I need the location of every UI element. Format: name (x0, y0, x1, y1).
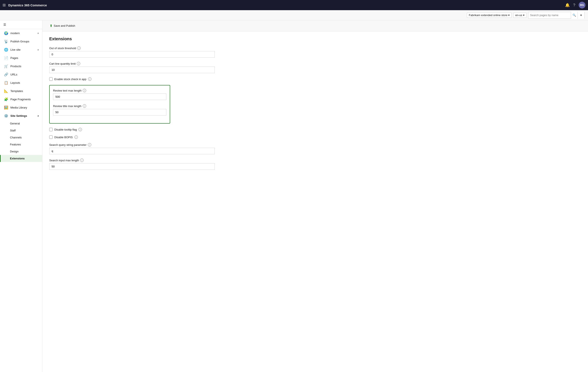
review-title-info-icon[interactable]: i (83, 104, 86, 108)
cart-line-info-icon[interactable]: i (77, 62, 80, 65)
pages-icon: 📄 (4, 56, 8, 60)
save-publish-label: Save and Publish (54, 24, 75, 27)
secondary-toolbar: Fabrikam extended online store ▾ en-us ▾… (0, 10, 588, 20)
chevron-up-icon: ∧ (37, 115, 39, 117)
field-search-input-max-length: Search input max length i (49, 159, 227, 170)
sidebar-item-live-site[interactable]: 🌐 Live site ∧ (0, 46, 42, 54)
media-icon: 🖼️ (4, 106, 8, 110)
field-enable-stock-check: Enable stock check in app i (49, 77, 227, 81)
sidebar-item-urls[interactable]: 🔗 URLs (0, 70, 42, 79)
products-icon: 🛒 (4, 64, 8, 68)
out-of-stock-info-icon[interactable]: i (77, 46, 81, 50)
enable-stock-check-label: Enable stock check in app (54, 78, 86, 81)
site-icon: 🌍 (4, 31, 8, 35)
search-dropdown-button[interactable]: ▾ (578, 12, 584, 19)
search-button[interactable]: 🔍 (571, 12, 578, 19)
page-search-box: 🔍 ▾ (528, 12, 585, 19)
body-layout: ☰ 🌍 modern ∧ 📡 Publish Groups 🌐 Live sit… (0, 20, 588, 372)
search-query-string-input[interactable] (49, 148, 215, 154)
enable-stock-info-icon[interactable]: i (88, 77, 92, 81)
disable-tooltip-flag-label: Disable tooltip flag (54, 128, 77, 131)
store-label: Fabrikam extended online store (469, 14, 507, 17)
grid-icon[interactable]: ⊞ (2, 3, 6, 7)
review-text-max-input[interactable] (53, 93, 166, 100)
chevron-down-icon: ∧ (37, 49, 39, 51)
content-toolbar: ⬆ Save and Publish (42, 20, 588, 31)
sidebar-item-modern[interactable]: 🌍 modern ∧ (0, 29, 42, 37)
search-query-string-label: Search query string parameter i (49, 143, 227, 146)
field-review-title-max-length: Review title max length i (53, 104, 166, 116)
field-disable-bopis: Disable BOPIS i (49, 135, 227, 139)
urls-icon: 🔗 (4, 72, 8, 77)
cart-line-quantity-label: Cart line quantity limit i (49, 62, 227, 65)
sidebar-item-general[interactable]: General (0, 120, 42, 127)
notification-icon[interactable]: 🔔 (565, 3, 570, 7)
app-title: Dynamics 365 Commerce (8, 3, 563, 7)
search-query-info-icon[interactable]: i (88, 143, 91, 146)
main-content-area: ⬆ Save and Publish Extensions Out of sto… (42, 20, 588, 372)
sidebar-item-site-settings[interactable]: ⚙️ Site Settings ∧ (0, 112, 42, 120)
review-fields-highlighted: Review text max length i Review title ma… (49, 85, 170, 124)
sidebar-item-publish-groups[interactable]: 📡 Publish Groups (0, 37, 42, 46)
live-site-icon: 🌐 (4, 48, 8, 52)
sidebar-item-products[interactable]: 🛒 Products (0, 62, 42, 70)
top-navigation: ⊞ Dynamics 365 Commerce 🔔 ? MG (0, 0, 588, 10)
store-selector[interactable]: Fabrikam extended online store ▾ (467, 12, 512, 18)
cart-line-quantity-input[interactable] (49, 67, 215, 73)
layouts-icon: 📋 (4, 81, 8, 85)
search-input-max-label: Search input max length i (49, 159, 227, 162)
field-cart-line-quantity-limit: Cart line quantity limit i (49, 62, 227, 73)
chevron-down-icon: ▾ (523, 14, 525, 17)
review-text-info-icon[interactable]: i (83, 89, 86, 92)
search-input-max-input[interactable] (49, 163, 215, 170)
sidebar-item-layouts[interactable]: 📋 Layouts (0, 79, 42, 87)
review-text-max-label: Review text max length i (53, 89, 166, 92)
sidebar-item-page-fragments[interactable]: 🧩 Page Fragments (0, 95, 42, 103)
sidebar-item-templates[interactable]: 📐 Templates (0, 87, 42, 95)
review-title-max-label: Review title max length i (53, 104, 166, 108)
out-of-stock-threshold-input[interactable] (49, 51, 215, 58)
disable-tooltip-flag-checkbox[interactable] (49, 128, 53, 131)
templates-icon: 📐 (4, 89, 8, 93)
settings-icon: ⚙️ (4, 114, 8, 118)
save-publish-button[interactable]: ⬆ Save and Publish (47, 22, 78, 29)
sidebar-toggle[interactable]: ☰ (0, 20, 42, 29)
language-selector[interactable]: en-us ▾ (513, 12, 526, 18)
field-review-text-max-length: Review text max length i (53, 89, 166, 100)
field-disable-tooltip-flag: Disable tooltip flag i (49, 128, 227, 131)
page-search-input[interactable] (528, 12, 571, 19)
field-search-query-string: Search query string parameter i (49, 143, 227, 154)
field-out-of-stock-threshold: Out of stock threshold i (49, 46, 227, 58)
sidebar-item-pages[interactable]: 📄 Pages (0, 54, 42, 62)
disable-bopis-label: Disable BOPIS (54, 136, 73, 139)
sidebar-item-staff[interactable]: Staff (0, 127, 42, 134)
hamburger-icon: ☰ (3, 23, 6, 26)
search-input-max-info-icon[interactable]: i (80, 159, 84, 162)
sidebar-item-media-library[interactable]: 🖼️ Media Library (0, 103, 42, 112)
lang-label: en-us (515, 14, 522, 17)
user-avatar[interactable]: MG (579, 2, 586, 9)
publish-icon: 📡 (4, 40, 8, 43)
out-of-stock-threshold-label: Out of stock threshold i (49, 46, 227, 50)
topnav-right: 🔔 ? MG (565, 2, 586, 9)
disable-tooltip-info-icon[interactable]: i (79, 128, 82, 131)
chevron-icon: ∧ (37, 32, 39, 34)
sidebar-item-channels[interactable]: Channels (0, 134, 42, 141)
page-title: Extensions (49, 36, 227, 41)
sidebar-item-features[interactable]: Features (0, 141, 42, 148)
chevron-down-icon: ▾ (508, 14, 510, 17)
disable-bopis-info-icon[interactable]: i (74, 135, 78, 139)
disable-bopis-checkbox[interactable] (49, 135, 53, 139)
extensions-content: Extensions Out of stock threshold i Cart… (42, 31, 233, 179)
fragments-icon: 🧩 (4, 97, 8, 101)
review-title-max-input[interactable] (53, 109, 166, 116)
sidebar-item-extensions[interactable]: Extensions (0, 155, 42, 162)
sidebar: ☰ 🌍 modern ∧ 📡 Publish Groups 🌐 Live sit… (0, 20, 42, 372)
help-icon[interactable]: ? (573, 3, 575, 7)
sidebar-item-design[interactable]: Design (0, 148, 42, 155)
enable-stock-check-checkbox[interactable] (49, 77, 53, 81)
upload-icon: ⬆ (50, 24, 52, 28)
